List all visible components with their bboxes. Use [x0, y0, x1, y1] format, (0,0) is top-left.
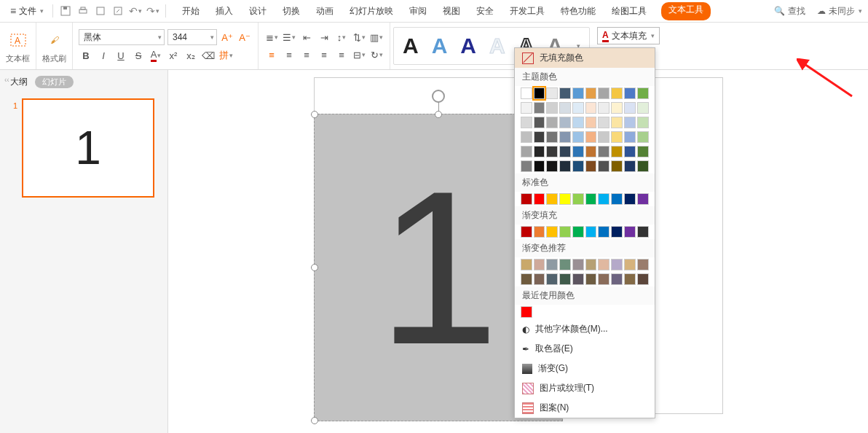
increase-indent-icon[interactable]: ⇥ [317, 30, 331, 44]
wordart-style-1[interactable]: A [403, 34, 419, 58]
wordart-style-4[interactable]: A [489, 34, 505, 58]
color-swatch[interactable] [521, 131, 532, 143]
slides-tab[interactable]: 幻灯片 [35, 76, 74, 88]
align-center-icon[interactable]: ≡ [282, 47, 296, 62]
color-swatch[interactable] [624, 259, 636, 270]
align-right-icon[interactable]: ≡ [299, 47, 314, 62]
color-swatch[interactable] [546, 193, 558, 205]
find-button[interactable]: 🔍查找 [774, 5, 805, 17]
color-swatch[interactable] [611, 160, 623, 172]
color-swatch[interactable] [598, 193, 609, 205]
strikethrough-icon[interactable]: S [131, 48, 146, 63]
gradient-item[interactable]: 渐变(G) [515, 359, 655, 378]
file-menu[interactable]: ≡ 文件▾ [6, 4, 48, 19]
text-fill-button[interactable]: A 文本填充 [597, 27, 660, 44]
color-swatch[interactable] [624, 273, 636, 285]
color-swatch[interactable] [598, 160, 609, 172]
color-swatch[interactable] [572, 226, 584, 238]
align-distribute-icon[interactable]: ≡ [334, 47, 349, 62]
color-swatch[interactable] [559, 117, 571, 128]
align-left-icon[interactable]: ≡ [264, 47, 279, 62]
color-swatch[interactable] [534, 259, 545, 270]
print-icon[interactable] [75, 3, 91, 19]
color-swatch[interactable] [624, 146, 636, 157]
color-swatch[interactable] [624, 117, 636, 128]
save-icon[interactable] [58, 3, 74, 19]
wordart-style-3[interactable]: A [460, 34, 476, 58]
color-swatch[interactable] [637, 117, 649, 128]
color-swatch[interactable] [546, 102, 558, 114]
color-swatch[interactable] [534, 102, 545, 114]
color-swatch[interactable] [572, 102, 584, 114]
recent-color-swatch[interactable] [521, 306, 532, 318]
color-swatch[interactable] [572, 117, 584, 128]
sync-status[interactable]: ☁未同步▾ [817, 5, 862, 17]
outline-tab[interactable]: 大纲 [10, 76, 28, 88]
redo-icon[interactable]: ↷▾ [145, 3, 161, 19]
color-swatch[interactable] [598, 131, 609, 143]
color-swatch[interactable] [624, 102, 636, 114]
wordart-style-2[interactable]: A [432, 34, 448, 58]
color-swatch[interactable] [611, 102, 623, 114]
underline-icon[interactable]: U [114, 48, 128, 63]
color-swatch[interactable] [534, 193, 545, 205]
color-swatch[interactable] [624, 131, 636, 143]
color-swatch[interactable] [521, 193, 532, 205]
color-swatch[interactable] [585, 117, 597, 128]
tab-features[interactable]: 特色功能 [559, 2, 597, 20]
color-swatch[interactable] [546, 117, 558, 128]
format-painter-icon[interactable]: 🖌 [43, 28, 66, 52]
textbox-icon[interactable]: A [7, 28, 30, 52]
tab-slideshow[interactable]: 幻灯片放映 [348, 2, 395, 20]
font-size-select[interactable]: 344 [167, 29, 217, 45]
color-swatch[interactable] [637, 87, 649, 99]
bullets-icon[interactable]: ≣▾ [264, 30, 279, 44]
resize-handle-nw[interactable] [311, 111, 318, 118]
bold-icon[interactable]: B [79, 48, 93, 63]
tab-text-tools[interactable]: 文本工具 [661, 2, 711, 20]
tab-transition[interactable]: 切换 [281, 2, 301, 20]
color-swatch[interactable] [598, 226, 609, 238]
resize-handle-w[interactable] [311, 264, 318, 271]
tab-animation[interactable]: 动画 [315, 2, 335, 20]
no-fill-item[interactable]: 无填充颜色 [515, 48, 655, 68]
color-swatch[interactable] [598, 117, 609, 128]
slide-thumbnail-1[interactable]: 1 1 [13, 98, 154, 198]
color-swatch[interactable] [598, 273, 609, 285]
color-swatch[interactable] [534, 146, 545, 157]
color-swatch[interactable] [637, 226, 649, 238]
decrease-indent-icon[interactable]: ⇤ [299, 30, 314, 44]
color-swatch[interactable] [624, 226, 636, 238]
color-swatch[interactable] [546, 131, 558, 143]
color-swatch[interactable] [534, 87, 545, 99]
font-name-select[interactable]: 黑体 [79, 29, 165, 45]
subscript-icon[interactable]: x₂ [184, 48, 198, 63]
align-justify-icon[interactable]: ≡ [317, 47, 331, 62]
color-swatch[interactable] [611, 193, 623, 205]
color-swatch[interactable] [521, 117, 532, 128]
color-swatch[interactable] [637, 273, 649, 285]
color-swatch[interactable] [559, 259, 571, 270]
tab-design[interactable]: 设计 [248, 2, 268, 20]
color-swatch[interactable] [572, 131, 584, 143]
superscript-icon[interactable]: x² [166, 48, 181, 63]
tab-drawing-tools[interactable]: 绘图工具 [610, 2, 648, 20]
color-swatch[interactable] [572, 160, 584, 172]
color-swatch[interactable] [637, 160, 649, 172]
tab-insert[interactable]: 插入 [214, 2, 234, 20]
color-swatch[interactable] [521, 273, 532, 285]
color-swatch[interactable] [598, 87, 609, 99]
color-swatch[interactable] [624, 87, 636, 99]
color-swatch[interactable] [546, 273, 558, 285]
undo-icon[interactable]: ↶▾ [127, 3, 143, 19]
color-swatch[interactable] [585, 160, 597, 172]
color-swatch[interactable] [611, 146, 623, 157]
collapse-panel-icon[interactable]: ‹‹ [4, 76, 9, 84]
pattern-item[interactable]: 图案(N) [515, 398, 655, 418]
color-swatch[interactable] [559, 146, 571, 157]
color-swatch[interactable] [598, 259, 609, 270]
tab-security[interactable]: 安全 [475, 2, 495, 20]
color-swatch[interactable] [611, 87, 623, 99]
valign-icon[interactable]: ⊟▾ [352, 47, 366, 62]
color-swatch[interactable] [637, 102, 649, 114]
